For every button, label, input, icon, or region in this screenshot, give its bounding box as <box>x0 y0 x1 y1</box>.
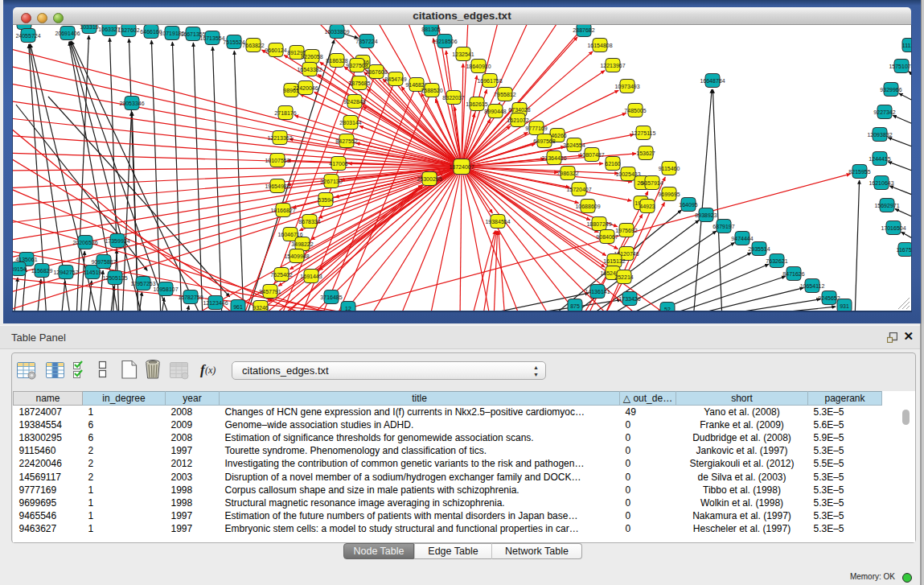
svg-text:16033809: 16033809 <box>324 29 349 35</box>
svg-text:3498222: 3498222 <box>291 241 313 247</box>
svg-text:1156829: 1156829 <box>31 268 53 274</box>
svg-text:8427552: 8427552 <box>335 138 357 144</box>
svg-text:19166827: 19166827 <box>270 208 295 213</box>
svg-text:7625402: 7625402 <box>270 272 292 278</box>
svg-text:16046716: 16046716 <box>277 232 302 237</box>
svg-text:12213967: 12213967 <box>600 63 625 68</box>
svg-text:52: 52 <box>664 307 671 311</box>
svg-text:8226058: 8226058 <box>301 54 322 60</box>
svg-text:10107553: 10107553 <box>265 158 290 163</box>
svg-text:12123446: 12123446 <box>203 300 228 306</box>
svg-text:9115460: 9115460 <box>659 166 680 171</box>
svg-text:16543382: 16543382 <box>297 67 322 72</box>
svg-text:18807249: 18807249 <box>586 221 611 227</box>
svg-text:62160: 62160 <box>605 161 621 167</box>
svg-text:19384554: 19384554 <box>485 219 510 225</box>
svg-text:1621072: 1621072 <box>507 117 528 123</box>
svg-text:1327602: 1327602 <box>117 27 139 33</box>
svg-text:7485005: 7485005 <box>624 108 646 113</box>
svg-text:10807487: 10807487 <box>579 152 604 158</box>
svg-text:12213363: 12213363 <box>267 135 292 141</box>
svg-text:15692971: 15692971 <box>874 203 899 208</box>
svg-text:15409948: 15409948 <box>284 253 309 259</box>
svg-text:20206536: 20206536 <box>72 240 97 245</box>
svg-text:9457791: 9457791 <box>259 289 281 295</box>
svg-text:15720407: 15720407 <box>566 187 591 192</box>
svg-text:3267130: 3267130 <box>320 179 342 184</box>
svg-text:2867608: 2867608 <box>365 69 387 75</box>
svg-text:153627: 153627 <box>636 150 655 156</box>
svg-text:7955812: 7955812 <box>494 92 515 97</box>
svg-text:164095: 164095 <box>679 202 697 208</box>
svg-text:8454749: 8454749 <box>384 76 406 82</box>
svg-text:2887682: 2887682 <box>573 27 594 33</box>
svg-text:17957253: 17957253 <box>130 281 155 286</box>
svg-text:18724007: 18724007 <box>449 164 474 170</box>
svg-text:22420046: 22420046 <box>293 85 318 91</box>
svg-text:15751074: 15751074 <box>889 64 911 69</box>
svg-text:116753: 116753 <box>897 247 911 253</box>
svg-text:16154808: 16154808 <box>587 43 612 48</box>
svg-text:11124: 11124 <box>902 43 911 48</box>
svg-text:875: 875 <box>570 303 580 309</box>
svg-text:24055724: 24055724 <box>15 33 40 39</box>
svg-text:1244415: 1244415 <box>869 156 890 162</box>
svg-text:10688609: 10688609 <box>575 204 600 209</box>
svg-text:12505135: 12505135 <box>102 275 127 281</box>
svg-text:9777169: 9777169 <box>525 126 547 131</box>
svg-text:3716485: 3716485 <box>320 295 342 300</box>
svg-text:10973493: 10973493 <box>614 84 639 89</box>
svg-text:6734028: 6734028 <box>508 107 530 113</box>
svg-text:1615132: 1615132 <box>603 258 625 264</box>
svg-text:1975692: 1975692 <box>615 228 637 233</box>
svg-text:931: 931 <box>840 303 849 309</box>
svg-text:8215955: 8215955 <box>848 169 870 175</box>
svg-text:25300295: 25300295 <box>417 176 441 182</box>
svg-text:1691443: 1691443 <box>300 274 322 279</box>
svg-text:12: 12 <box>345 306 351 311</box>
svg-text:961: 961 <box>233 304 243 310</box>
svg-text:7632621: 7632621 <box>766 258 787 264</box>
svg-text:9245652: 9245652 <box>818 295 840 301</box>
svg-text:12275115: 12275115 <box>631 130 656 136</box>
svg-text:19654983: 19654983 <box>265 183 290 189</box>
svg-text:29053346: 29053346 <box>119 101 144 106</box>
svg-text:9329966: 9329966 <box>880 87 901 93</box>
svg-text:9357914: 9357914 <box>641 180 663 186</box>
svg-text:4135061: 4135061 <box>15 257 37 262</box>
svg-text:252214: 252214 <box>614 274 633 280</box>
svg-text:8990448: 8990448 <box>484 109 506 114</box>
svg-text:1588520: 1588520 <box>421 88 442 93</box>
svg-text:9242848: 9242848 <box>343 99 365 105</box>
svg-text:2803144: 2803144 <box>339 120 361 126</box>
svg-text:9699695: 9699695 <box>658 192 680 197</box>
svg-text:9327508: 9327508 <box>346 63 368 68</box>
svg-text:8938923: 8938923 <box>695 212 717 218</box>
svg-text:3875685: 3875685 <box>348 80 370 86</box>
svg-text:8678334: 8678334 <box>298 219 320 225</box>
svg-text:16961758: 16961758 <box>477 78 502 84</box>
svg-text:10654112: 10654112 <box>800 283 825 289</box>
svg-text:90975887: 90975887 <box>91 259 116 265</box>
svg-text:1232541: 1232541 <box>452 51 474 57</box>
svg-text:93246: 93246 <box>253 305 269 311</box>
svg-text:16782759: 16782759 <box>178 295 203 300</box>
svg-text:8186328: 8186328 <box>326 58 347 64</box>
svg-text:39154: 39154 <box>13 266 27 272</box>
svg-text:6879197: 6879197 <box>713 224 734 229</box>
svg-text:417006: 417006 <box>329 161 347 167</box>
svg-text:1362615: 1362615 <box>466 101 487 107</box>
svg-text:9227342: 9227342 <box>873 109 895 115</box>
svg-text:14136141: 14136141 <box>585 289 610 295</box>
svg-text:8471626: 8471626 <box>782 271 804 277</box>
svg-text:16648784: 16648784 <box>700 78 725 84</box>
svg-text:9660124: 9660124 <box>265 47 286 53</box>
svg-text:103319: 103319 <box>80 25 98 30</box>
svg-text:19218506: 19218506 <box>432 39 457 44</box>
svg-text:7357224: 7357224 <box>355 39 377 44</box>
svg-text:12093832: 12093832 <box>867 132 892 138</box>
svg-text:6497568: 6497568 <box>533 138 555 144</box>
svg-text:7986322: 7986322 <box>556 171 578 176</box>
svg-text:8322037: 8322037 <box>442 95 464 101</box>
svg-text:3624554: 3624554 <box>563 142 585 148</box>
